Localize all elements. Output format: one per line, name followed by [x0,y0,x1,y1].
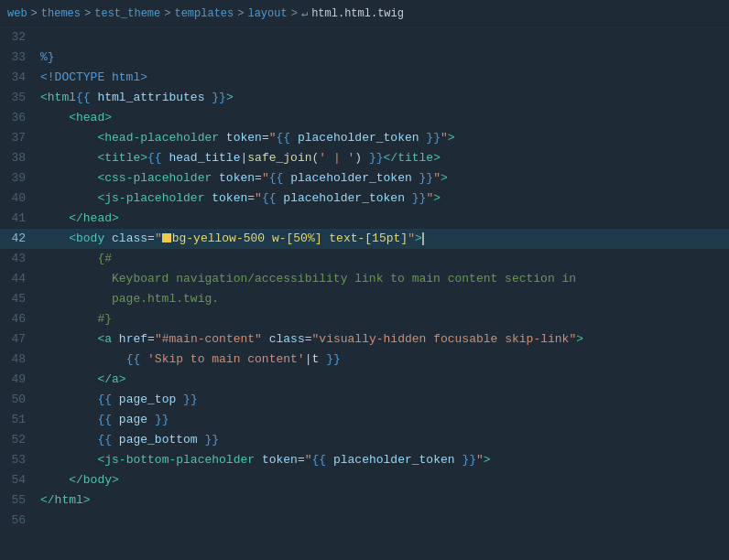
line-content: {{ page_bottom }} [37,430,729,450]
bc-layout[interactable]: layout [247,7,287,20]
bc-filename[interactable]: html.html.twig [311,7,404,20]
line-content: <head-placeholder token="{{ placeholder_… [37,128,729,148]
line-content: <body class="bg-yellow-500 w-[50%] text-… [37,229,729,249]
code-line: 53 <js-bottom-placeholder token="{{ plac… [0,450,729,470]
bc-sep3: > [164,7,170,20]
line-number: 44 [0,269,37,289]
code-line: 43 {# [0,249,729,269]
line-content: Keyboard navigation/accessibility link t… [37,269,729,289]
line-content: <html{{ html_attributes }}> [37,88,729,108]
line-content: <!DOCTYPE html> [37,68,729,88]
line-number: 43 [0,249,37,269]
line-number: 53 [0,450,37,470]
code-line: 41 </head> [0,209,729,229]
line-content: {{ 'Skip to main content'|t }} [37,350,729,370]
line-content: {{ page_top }} [37,390,729,410]
line-number: 37 [0,128,37,148]
code-line: 39 <css-placeholder token="{{ placeholde… [0,168,729,188]
line-number: 39 [0,168,37,188]
line-number: 38 [0,148,37,168]
line-number: 45 [0,289,37,309]
line-content: {# [37,249,729,269]
line-content: </a> [37,370,729,390]
code-line: 38 <title>{{ head_title|safe_join(' | ')… [0,148,729,168]
code-line: 55 </html> [0,490,729,511]
breadcrumb-bar: web > themes > test_theme > templates > … [0,0,729,27]
bc-themes[interactable]: themes [41,7,81,20]
bc-sep4: > [237,7,244,20]
line-content: <css-placeholder token="{{ placeholder_t… [37,168,729,188]
code-line: 56 [0,511,729,531]
code-line: 40 <js-placeholder token="{{ placeholder… [0,188,729,209]
line-number: 55 [0,490,37,511]
line-number: 35 [0,88,37,108]
line-number: 51 [0,410,37,430]
code-line: 54 </body> [0,470,729,490]
line-number: 36 [0,108,37,128]
code-line: 48 {{ 'Skip to main content'|t }} [0,350,729,370]
bc-test-theme[interactable]: test_theme [94,7,160,20]
line-number: 34 [0,68,37,88]
code-line: 50 {{ page_top }} [0,390,729,410]
bc-templates[interactable]: templates [174,7,234,20]
line-number: 46 [0,309,37,329]
bc-web[interactable]: web [7,7,27,20]
line-number: 32 [0,27,37,48]
code-line: 44 Keyboard navigation/accessibility lin… [0,269,729,289]
code-line: 35 <html{{ html_attributes }}> [0,88,729,108]
line-number: 41 [0,209,37,229]
line-content: {{ page }} [37,410,729,430]
code-area[interactable]: 32 33 %} 34 <!DOCTYPE html> 35 <html{{ h… [0,27,729,560]
code-line: 32 [0,27,729,48]
line-content: </html> [37,490,729,511]
line-content: #} [37,309,729,329]
code-line: 49 </a> [0,370,729,390]
line-number: 48 [0,350,37,370]
code-line: 45 page.html.twig. [0,289,729,309]
code-line: 37 <head-placeholder token="{{ placehold… [0,128,729,148]
bc-sep5: > [291,7,298,20]
line-content: </body> [37,470,729,490]
line-number: 56 [0,511,37,531]
line-number: 54 [0,470,37,490]
code-line-active: 42 <body class="bg-yellow-500 w-[50%] te… [0,229,729,249]
line-content: <js-placeholder token="{{ placeholder_to… [37,188,729,209]
code-line: 33 %} [0,48,729,68]
code-line: 47 <a href="#main-content" class="visual… [0,329,729,350]
line-number: 47 [0,329,37,350]
code-line: 46 #} [0,309,729,329]
line-number: 42 [0,229,37,249]
code-line: 34 <!DOCTYPE html> [0,68,729,88]
line-number: 52 [0,430,37,450]
line-content: <a href="#main-content" class="visually-… [37,329,729,350]
code-line: 52 {{ page_bottom }} [0,430,729,450]
bc-sep2: > [84,7,91,20]
line-content: </head> [37,209,729,229]
line-content: page.html.twig. [37,289,729,309]
line-number: 50 [0,390,37,410]
line-content: <js-bottom-placeholder token="{{ placeho… [37,450,729,470]
line-number: 49 [0,370,37,390]
line-number: 33 [0,48,37,68]
code-line: 51 {{ page }} [0,410,729,430]
line-content: %} [37,48,729,68]
line-content: <head> [37,108,729,128]
bc-sep1: > [31,7,38,20]
bc-file-icon: ↵ [301,6,308,20]
code-line: 36 <head> [0,108,729,128]
line-number: 40 [0,188,37,209]
line-content: <title>{{ head_title|safe_join(' | ') }}… [37,148,729,168]
